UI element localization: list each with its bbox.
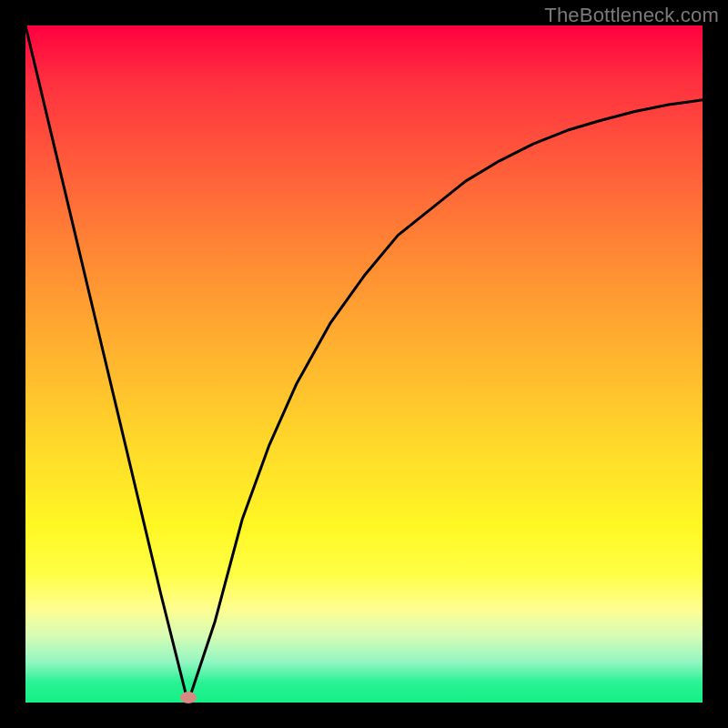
plot-area: [25, 25, 703, 703]
chart-frame: TheBottleneck.com: [0, 0, 728, 728]
bottleneck-curve: [25, 25, 703, 703]
watermark-text: TheBottleneck.com: [544, 4, 719, 27]
minimum-point-marker: [180, 692, 197, 703]
